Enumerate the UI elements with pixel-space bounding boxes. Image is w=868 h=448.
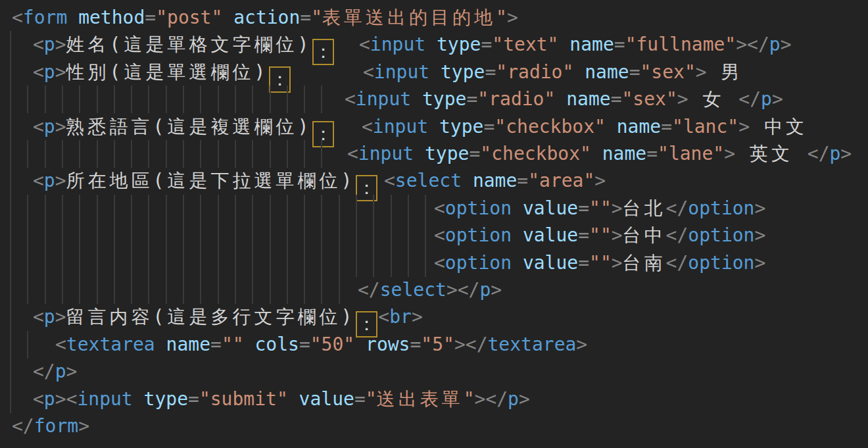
indent-guide bbox=[45, 222, 46, 249]
code-line-1: <form method="post" action="表單送出的目的地"> bbox=[0, 4, 868, 32]
code-token: input bbox=[77, 388, 132, 410]
code-token bbox=[429, 61, 441, 83]
code-token: method bbox=[78, 7, 145, 28]
indent-guide bbox=[62, 195, 63, 222]
indent-guide bbox=[10, 331, 11, 359]
code-segment: <input type="checkbox" name="lane"> 英文 <… bbox=[347, 140, 852, 167]
code-token: </ bbox=[666, 224, 688, 246]
code-token: " bbox=[366, 388, 377, 410]
code-token: option bbox=[445, 197, 512, 219]
indent-guide bbox=[304, 222, 305, 249]
indent-guide bbox=[10, 386, 11, 413]
code-token: > bbox=[507, 7, 518, 28]
code-segment: <input type="radio" name="sex"> 男 bbox=[363, 59, 743, 86]
indent-guide bbox=[148, 86, 149, 113]
indent-guide bbox=[408, 249, 409, 277]
indent-guide bbox=[97, 222, 98, 249]
indent-guide bbox=[304, 249, 305, 277]
indent-guide bbox=[373, 222, 374, 249]
code-token: > bbox=[612, 252, 623, 274]
code-token: type bbox=[422, 88, 466, 110]
code-token: > bbox=[612, 224, 623, 246]
code-token: "" bbox=[589, 224, 612, 246]
code-token: = bbox=[485, 61, 496, 83]
code-token: p bbox=[44, 61, 55, 83]
code-token bbox=[462, 170, 473, 191]
code-token: = bbox=[614, 34, 625, 55]
indent-guide bbox=[270, 222, 271, 249]
code-token: type bbox=[144, 388, 188, 410]
indent-guide bbox=[79, 276, 80, 304]
code-token: </ bbox=[466, 334, 488, 355]
code-line-14: </p> bbox=[0, 358, 868, 386]
indent-guide bbox=[218, 222, 219, 249]
code-token: "sex" bbox=[640, 61, 695, 83]
indent-guide bbox=[10, 31, 11, 59]
indent-guide bbox=[131, 276, 132, 304]
indent-guide bbox=[252, 86, 253, 113]
code-token: value bbox=[523, 197, 578, 219]
indent-guide bbox=[10, 113, 11, 141]
code-token: p bbox=[830, 143, 841, 164]
code-line-4: <input type="radio" name="sex"> 女 </p> bbox=[0, 86, 868, 113]
indent-guide bbox=[114, 222, 115, 249]
code-token bbox=[425, 34, 437, 55]
indent-guide bbox=[10, 303, 11, 331]
code-token: > bbox=[55, 61, 66, 83]
code-token: < bbox=[33, 306, 44, 328]
indent-guide bbox=[304, 86, 305, 113]
indent-guide bbox=[287, 140, 288, 168]
indent-guide bbox=[183, 86, 184, 113]
code-token: 台中 bbox=[623, 224, 666, 246]
code-token: = bbox=[483, 116, 494, 137]
indent-guide bbox=[166, 195, 167, 222]
code-token: </ bbox=[485, 388, 508, 410]
code-token: "submit" bbox=[199, 388, 288, 410]
indent-guide bbox=[45, 249, 46, 277]
indent-guide bbox=[200, 276, 201, 304]
code-token: = bbox=[646, 143, 658, 164]
code-token: action bbox=[233, 7, 300, 28]
code-token bbox=[133, 388, 144, 410]
code-token: 男 bbox=[707, 61, 743, 83]
indent-guide bbox=[235, 140, 236, 168]
code-token: < bbox=[434, 252, 445, 274]
code-token: 表單送出的目的地 bbox=[322, 7, 496, 28]
indent-guide bbox=[148, 140, 149, 168]
indent-guide bbox=[391, 222, 392, 249]
indent-guide bbox=[148, 195, 149, 222]
code-token: select bbox=[395, 170, 462, 191]
code-token: p bbox=[55, 361, 66, 382]
code-token: > bbox=[412, 306, 423, 328]
indent-guide bbox=[321, 222, 322, 249]
code-token: > bbox=[696, 61, 707, 83]
indent-guide bbox=[10, 358, 11, 386]
code-token: = bbox=[629, 61, 640, 83]
code-token bbox=[155, 334, 166, 355]
code-token: value bbox=[523, 224, 578, 246]
indent-guide bbox=[356, 195, 357, 222]
indent-guide bbox=[200, 222, 201, 249]
code-token: 台北 bbox=[623, 197, 666, 219]
indent-guide bbox=[270, 276, 271, 304]
code-token: = bbox=[661, 116, 672, 137]
code-token: p bbox=[44, 306, 55, 328]
code-editor[interactable]: <form method="post" action="表單送出的目的地"><p… bbox=[0, 0, 868, 448]
code-token: type bbox=[441, 61, 485, 83]
indent-guide bbox=[166, 86, 167, 113]
code-token: p bbox=[44, 388, 55, 410]
code-token bbox=[591, 143, 602, 164]
indent-guide bbox=[252, 276, 253, 304]
code-token: </ bbox=[458, 279, 480, 301]
indent-guide bbox=[62, 140, 63, 168]
indent-guide bbox=[339, 249, 340, 277]
code-token: > bbox=[446, 279, 458, 301]
code-token: "lane" bbox=[658, 143, 724, 164]
code-token bbox=[573, 61, 585, 83]
indent-guide bbox=[425, 249, 426, 277]
code-token: 熟悉語言(這是複選欄位) bbox=[66, 116, 312, 137]
code-segment: <input type="checkbox" name="lanc"> 中文 bbox=[362, 113, 808, 140]
indent-guide bbox=[304, 140, 305, 168]
indent-guide bbox=[79, 86, 80, 113]
code-token: < bbox=[33, 116, 44, 137]
